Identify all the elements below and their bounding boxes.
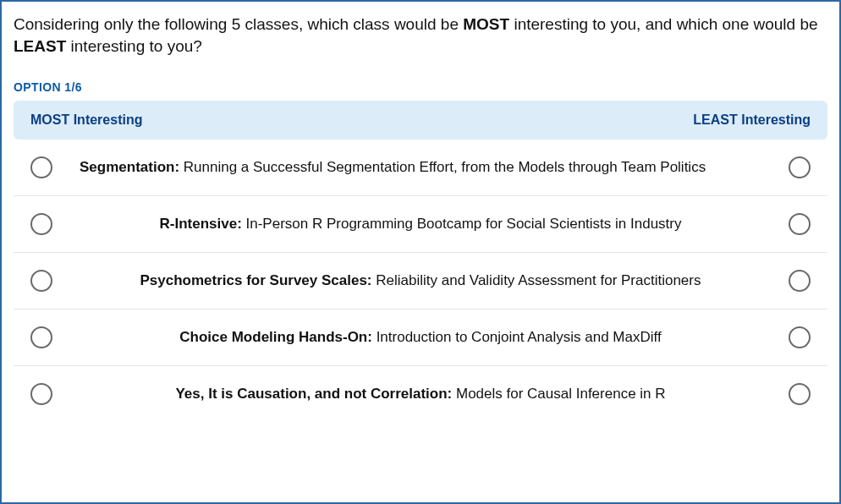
question-mid: interesting to you, and which one would … [509,15,817,33]
column-header-bar: MOST Interesting LEAST Interesting [14,101,827,140]
option-label: Choice Modeling Hands-On: Introduction t… [52,328,789,348]
most-radio[interactable] [30,326,52,348]
option-label: Psychometrics for Survey Scales: Reliabi… [52,271,789,291]
question-text: Considering only the following 5 classes… [14,14,827,57]
option-rest: In-Person R Programming Bootcamp for Soc… [242,216,682,232]
least-radio[interactable] [789,213,811,235]
least-radio[interactable] [789,383,811,405]
question-suffix: interesting to you? [66,37,202,55]
most-radio[interactable] [30,213,52,235]
least-radio[interactable] [789,270,811,292]
question-most: MOST [463,15,509,33]
option-bold: Segmentation: [80,159,179,175]
least-radio[interactable] [789,156,811,178]
option-row: Psychometrics for Survey Scales: Reliabi… [14,253,827,310]
option-bold: Yes, It is Causation, and not Correlatio… [175,386,452,402]
option-rest: Reliability and Validity Assessment for … [372,272,701,288]
header-least: LEAST Interesting [693,112,811,128]
option-row: Choice Modeling Hands-On: Introduction t… [14,310,827,366]
survey-panel: Considering only the following 5 classes… [0,0,841,504]
option-bold: Psychometrics for Survey Scales: [140,272,372,288]
option-row: Yes, It is Causation, and not Correlatio… [14,366,827,422]
most-radio[interactable] [30,156,52,178]
question-least: LEAST [14,37,66,55]
header-most: MOST Interesting [30,112,142,128]
option-bold: R-Intensive: [160,216,242,232]
option-label: Yes, It is Causation, and not Correlatio… [52,385,789,404]
question-prefix: Considering only the following 5 classes… [14,15,463,33]
least-radio[interactable] [789,326,811,348]
option-rest: Introduction to Conjoint Analysis and Ma… [372,329,662,345]
option-row: R-Intensive: In-Person R Programming Boo… [14,196,827,253]
option-counter: OPTION 1/6 [14,80,827,94]
most-radio[interactable] [30,383,52,405]
option-rest: Running a Successful Segmentation Effort… [179,159,706,175]
option-label: R-Intensive: In-Person R Programming Boo… [52,215,789,234]
option-rest: Models for Causal Inference in R [452,386,665,402]
most-radio[interactable] [30,270,52,292]
option-bold: Choice Modeling Hands-On: [179,329,372,345]
option-row: Segmentation: Running a Successful Segme… [14,140,827,196]
option-label: Segmentation: Running a Successful Segme… [52,158,789,178]
